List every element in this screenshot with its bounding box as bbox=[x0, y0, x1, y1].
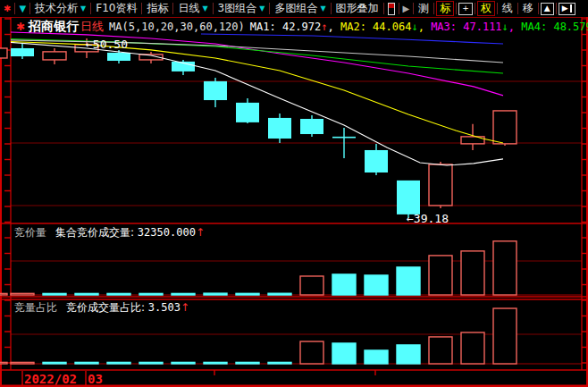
candle-down bbox=[11, 48, 34, 56]
ma-value-ma1: MA1: 42.972↑, bbox=[250, 21, 340, 33]
candle-down bbox=[332, 137, 356, 139]
toolbar-separator bbox=[475, 3, 475, 14]
menu-graph-overlay[interactable]: 图形叠加 bbox=[332, 2, 383, 15]
volume-bar-up bbox=[461, 251, 484, 295]
menu-tech-analysis[interactable]: 技术分析▼ bbox=[30, 2, 90, 15]
ratio-bar-up bbox=[461, 332, 484, 364]
volume-bar-down bbox=[332, 274, 356, 295]
candle-up bbox=[493, 111, 517, 144]
stock-name: 招商银行 bbox=[29, 19, 79, 35]
volume-bar-down bbox=[172, 293, 195, 295]
menu-mark[interactable]: 标 bbox=[436, 1, 454, 16]
volume-bar-up bbox=[11, 293, 34, 295]
play-icon[interactable]: ▶ bbox=[399, 2, 414, 15]
volume-bar-down bbox=[236, 293, 259, 295]
panel-up-icon[interactable]: ▲ bbox=[541, 3, 554, 15]
down-arrow-icon: ↓ bbox=[502, 21, 508, 33]
toolbar-separator bbox=[556, 3, 557, 14]
chevron-down-icon: ▼ bbox=[202, 2, 207, 15]
ma-value-ma2: MA2: 44.064↓, bbox=[340, 21, 431, 33]
menu-measure[interactable]: 测 bbox=[414, 2, 433, 15]
volume-bar-down bbox=[107, 293, 130, 295]
menu-f10-info[interactable]: F10资料 bbox=[91, 2, 141, 15]
candle-down bbox=[236, 103, 259, 122]
ratio-bar-down bbox=[107, 362, 130, 364]
high-price-label: ←50.50 bbox=[86, 38, 128, 51]
toolbar-separator bbox=[456, 3, 457, 14]
menu-line[interactable]: 线 bbox=[498, 2, 517, 15]
grid-layout-icon[interactable]: + bbox=[458, 3, 473, 15]
candle-down bbox=[107, 53, 130, 61]
ma-line-ma6 bbox=[201, 34, 503, 44]
menu-multichart-layout[interactable]: 多图组合▼ bbox=[270, 2, 330, 15]
ma-value-ma3: MA3: 47.111↓, bbox=[431, 21, 521, 33]
up-arrow-icon: ↑ bbox=[321, 21, 327, 33]
ratio-bar-up bbox=[0, 362, 7, 364]
ratio-bar-up bbox=[429, 337, 452, 364]
ratio-bar-down bbox=[268, 362, 291, 364]
dropdown-arrow-icon[interactable]: ▼ bbox=[15, 2, 29, 15]
candle-down bbox=[365, 150, 388, 172]
ratio-bar-down bbox=[139, 362, 163, 364]
ratio-up-arrow-icon: ↑ bbox=[181, 301, 189, 314]
ratio-bar-down bbox=[332, 343, 356, 364]
candle-down bbox=[300, 119, 323, 134]
toolbar: ✱▼技术分析▼F10资料指标日线▼3图组合▼多图组合▼图形叠加▶测标+权线移▲▶ bbox=[0, 0, 588, 17]
toolbar-separator bbox=[433, 3, 434, 14]
kline-chart-canvas bbox=[0, 0, 588, 387]
volume-bar-up bbox=[0, 293, 7, 295]
menu-period-daily[interactable]: 日线▼ bbox=[173, 2, 212, 15]
menu-indicators[interactable]: 指标 bbox=[142, 2, 172, 15]
volume-bar-down bbox=[204, 293, 227, 295]
volume-up-arrow-icon: ↑ bbox=[196, 226, 205, 239]
volume-panel-title: 竞价量 bbox=[14, 226, 46, 239]
chevron-down-icon: ▼ bbox=[320, 2, 325, 15]
volume-bar-down bbox=[268, 293, 291, 295]
volume-bar-down bbox=[75, 293, 98, 295]
ma-value-ma4: MA4: 48.579↓, bbox=[521, 21, 588, 33]
candle-down bbox=[268, 118, 291, 139]
flame-icon: ✱ bbox=[16, 21, 25, 33]
volume-bar-down bbox=[139, 293, 163, 295]
ratio-bar-down bbox=[204, 362, 227, 364]
ratio-bar-down bbox=[236, 362, 259, 364]
ratio-bar-down bbox=[172, 362, 195, 364]
chevron-down-icon: ▼ bbox=[80, 2, 86, 15]
volume-value: 32350.000 bbox=[138, 226, 196, 239]
candle-down bbox=[204, 81, 227, 100]
magnet-icon[interactable] bbox=[388, 3, 395, 15]
volume-bar-down bbox=[43, 293, 66, 295]
ratio-bar-up bbox=[300, 341, 323, 364]
candle-up bbox=[429, 164, 452, 206]
expand-right-icon[interactable]: ▶ bbox=[559, 3, 575, 15]
date-label-next-month: 03 bbox=[88, 372, 103, 386]
ratio-bar-up bbox=[11, 362, 34, 364]
volume-bar-down bbox=[397, 267, 420, 295]
menu-move[interactable]: 移 bbox=[518, 2, 538, 15]
ratio-value: 3.503 bbox=[148, 301, 181, 314]
volume-bar-up bbox=[300, 276, 323, 295]
chevron-down-icon: ▼ bbox=[259, 2, 265, 15]
ma-line-ma2 bbox=[11, 42, 503, 144]
period-label[interactable]: 日线 bbox=[80, 19, 104, 35]
toolbar-separator bbox=[383, 3, 384, 14]
ratio-bar-up bbox=[493, 308, 517, 364]
app-icon[interactable]: ✱ bbox=[0, 2, 14, 15]
app-window: ✱▼技术分析▼F10资料指标日线▼3图组合▼多图组合▼图形叠加▶测标+权线移▲▶… bbox=[0, 0, 588, 387]
candle-up bbox=[43, 52, 66, 60]
ratio-panel-header: 竞量占比竞价成交量占比: 3.503↑ bbox=[14, 300, 189, 315]
volume-bar-down bbox=[365, 275, 388, 295]
ratio-bar-down bbox=[75, 362, 98, 364]
ratio-bar-down bbox=[365, 350, 388, 364]
toolbar-separator bbox=[538, 3, 539, 14]
ma-values: MA1: 42.972↑, MA2: 44.064↓, MA3: 47.111↓… bbox=[250, 21, 588, 33]
low-price-label: ←39.18 bbox=[407, 212, 449, 225]
volume-bar-up bbox=[429, 256, 452, 295]
ratio-bar-down bbox=[43, 362, 66, 364]
date-label-month: 2022/02 bbox=[24, 372, 77, 386]
menu-3chart-layout[interactable]: 3图组合▼ bbox=[214, 2, 270, 15]
candle-down bbox=[397, 181, 420, 215]
ratio-metric-label: 竞价成交量占比 bbox=[66, 301, 141, 314]
menu-rights-adjust[interactable]: 权 bbox=[477, 1, 495, 16]
volume-panel-header: 竞价量集合竞价成交量: 32350.000↑ bbox=[14, 225, 205, 240]
